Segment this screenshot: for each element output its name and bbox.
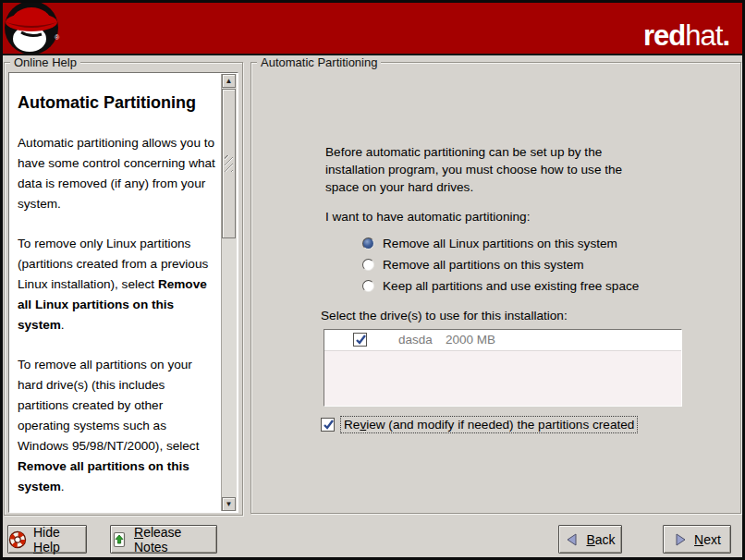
hide-help-label: Hide Help bbox=[33, 525, 86, 554]
installer-window: ® redhat. Online Help Automatic Partitio… bbox=[0, 0, 745, 560]
auto-partitioning-prompt: I want to have automatic partitioning: bbox=[325, 208, 530, 225]
help-paragraph: To remove all partitions on your hard dr… bbox=[18, 355, 216, 497]
scrollbar-grip bbox=[225, 155, 233, 172]
radio-remove-linux[interactable]: Remove all Linux partitions on this syst… bbox=[362, 235, 617, 252]
drive-select-label: Select the drive(s) to use for this inst… bbox=[321, 307, 568, 324]
svg-text:®: ® bbox=[55, 34, 60, 41]
back-arrow-icon bbox=[565, 532, 580, 547]
redhat-wordmark: redhat. bbox=[643, 21, 729, 50]
next-button[interactable]: Next bbox=[663, 525, 731, 554]
automatic-partitioning-frame: Automatic Partitioning Before automatic … bbox=[250, 62, 741, 514]
help-text-view: Automatic Partitioning Automatic partiti… bbox=[8, 72, 238, 513]
checkbox-check-icon bbox=[322, 418, 336, 432]
drive-list[interactable]: dasda 2000 MB bbox=[324, 329, 682, 407]
radio-remove-all[interactable]: Remove all partitions on this system bbox=[362, 256, 584, 274]
back-button[interactable]: Back bbox=[558, 525, 622, 554]
life-ring-icon bbox=[8, 530, 27, 549]
review-checkbox[interactable] bbox=[321, 418, 335, 432]
drive-size: 2000 MB bbox=[446, 333, 495, 347]
radio-selected-icon[interactable] bbox=[362, 237, 374, 250]
release-notes-button[interactable]: Release Notes bbox=[110, 525, 217, 554]
help-paragraph: To remove only Linux partitions (partiti… bbox=[18, 234, 216, 335]
radio-icon[interactable] bbox=[362, 259, 374, 271]
drive-row-dasda[interactable]: dasda 2000 MB bbox=[324, 330, 681, 351]
hide-help-button[interactable]: Hide Help bbox=[7, 525, 87, 554]
radio-keep-all[interactable]: Keep all partitions and use existing fre… bbox=[362, 277, 639, 295]
review-checkbox-label[interactable]: Review (and modify if needed) the partit… bbox=[341, 417, 637, 432]
brand-hat: hat bbox=[685, 19, 722, 52]
drive-name: dasda bbox=[398, 333, 433, 347]
intro-text: Before automatic partitioning can be set… bbox=[325, 143, 644, 196]
automatic-partitioning-legend: Automatic Partitioning bbox=[257, 55, 381, 69]
help-title: Automatic Partitioning bbox=[18, 91, 216, 114]
drive-checkbox[interactable] bbox=[353, 333, 367, 347]
online-help-frame: Online Help Automatic Partitioning Autom… bbox=[4, 62, 243, 516]
help-content: Automatic Partitioning Automatic partiti… bbox=[9, 73, 222, 512]
help-paragraph: Automatic partitioning allows you to hav… bbox=[18, 133, 216, 214]
online-help-legend: Online Help bbox=[10, 55, 80, 69]
radio-icon[interactable] bbox=[362, 280, 374, 292]
scroll-up-icon[interactable]: ▲ bbox=[222, 74, 236, 88]
next-label: Next bbox=[694, 532, 721, 547]
brand-period: . bbox=[722, 19, 729, 52]
checkbox-check-icon bbox=[354, 333, 368, 347]
header-bar: ® redhat. bbox=[3, 3, 742, 55]
back-label: Back bbox=[586, 532, 615, 547]
release-notes-label: Release Notes bbox=[134, 525, 216, 554]
scroll-down-icon[interactable]: ▼ bbox=[222, 497, 236, 511]
scrollbar-thumb[interactable] bbox=[222, 89, 236, 238]
brand-red: red bbox=[643, 19, 685, 52]
next-arrow-icon bbox=[673, 532, 688, 547]
review-partitions-checkbox-row[interactable]: Review (and modify if needed) the partit… bbox=[321, 417, 637, 432]
redhat-shadowman-logo: ® bbox=[3, 3, 64, 55]
help-scrollbar[interactable]: ▲ ▼ bbox=[221, 74, 237, 511]
release-notes-icon bbox=[111, 531, 128, 548]
